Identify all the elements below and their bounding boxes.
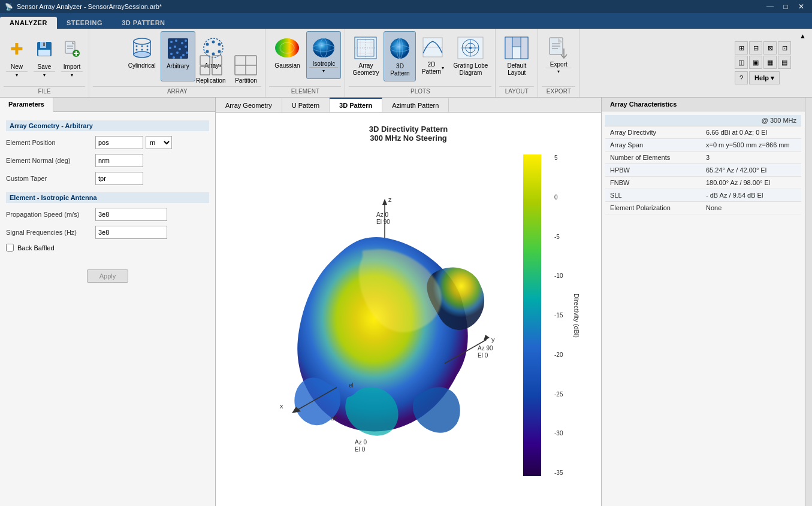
center-tab-u-pattern[interactable]: U Pattern	[282, 98, 330, 112]
svg-rect-46	[212, 66, 222, 75]
char-value-6: None	[701, 202, 801, 214]
toolbar-btn-4[interactable]: ⊡	[778, 41, 791, 54]
colorbar-tick-minus15: -15	[554, 312, 570, 319]
svg-point-11	[134, 38, 150, 44]
char-label-0: Array Directivity	[605, 126, 701, 139]
center-tab-3d-pattern[interactable]: 3D Pattern	[330, 98, 382, 112]
right-panel: Array Characteristics @ 300 MHz Array Di…	[601, 98, 805, 506]
pattern-area: 3D Directivity Pattern 300 MHz No Steeri…	[216, 113, 601, 506]
help-button[interactable]: Help ▾	[749, 71, 780, 84]
char-value-4: 180.00° Az / 98.00° El	[701, 177, 801, 189]
menu-tab-analyzer[interactable]: ANALYZER	[0, 17, 57, 29]
toolbar-btn-1[interactable]: ⊞	[735, 41, 748, 54]
isotropic-button[interactable]: Isotropic ▾	[306, 31, 341, 79]
svg-point-30	[170, 53, 173, 55]
char-row-2: Number of Elements3	[605, 152, 801, 164]
svg-point-50	[275, 38, 299, 57]
export-dropdown[interactable]: ▾	[545, 68, 572, 74]
ribbon-group-element: Gaussian	[265, 29, 345, 97]
element-normal-input[interactable]	[95, 154, 143, 167]
title-bar: 📡 Sensor Array Analyzer - SensorArraySes…	[0, 0, 812, 13]
pattern-title: 3D Directivity Pattern 300 MHz No Steeri…	[369, 125, 448, 143]
array-geometry-plot-button[interactable]: ArrayGeometry	[349, 31, 382, 81]
char-label-6: Element Polarization	[605, 202, 701, 214]
menu-tab-steering[interactable]: STEERING	[57, 17, 112, 29]
toolbar-btn-9[interactable]: ?	[735, 71, 748, 84]
cylindrical-button[interactable]: Cylindrical	[125, 31, 159, 81]
toolbar-btn-5[interactable]: ◫	[735, 56, 748, 69]
array-characteristics-tab: Array Characteristics	[602, 98, 805, 111]
import-dropdown[interactable]: ▾	[61, 71, 83, 78]
signal-freq-input[interactable]	[95, 226, 167, 239]
grating-lobe-button[interactable]: Grating LobeDiagram	[449, 31, 491, 81]
svg-rect-78	[512, 37, 521, 47]
svg-text:az: az	[331, 415, 337, 422]
svg-rect-77	[521, 37, 528, 59]
custom-taper-input[interactable]	[95, 172, 143, 185]
close-button[interactable]: ✕	[795, 2, 807, 11]
parameters-tab[interactable]: Parameters	[0, 98, 53, 112]
custom-taper-row: Custom Taper	[6, 172, 209, 185]
svg-text:Az 90: Az 90	[478, 345, 493, 352]
prop-speed-input[interactable]	[95, 208, 167, 221]
file-group-label: FILE	[4, 86, 85, 96]
svg-point-20	[146, 49, 148, 51]
ribbon-group-file: ✚ New ▾ Save ▾	[0, 29, 89, 97]
toolbar-btn-2[interactable]: ⊟	[749, 41, 762, 54]
characteristics-content: @ 300 MHz Array Directivity6.66 dBi at 0…	[602, 111, 805, 218]
collapse-ribbon-button[interactable]: ▲	[798, 31, 807, 41]
element-section-title: Element - Isotropic Antenna	[6, 192, 209, 203]
element-position-input[interactable]	[95, 136, 143, 149]
new-button[interactable]: ✚ New ▾	[4, 31, 30, 81]
2d-pattern-plot-button[interactable]: 2DPattern ▾	[417, 31, 448, 81]
toolbar-btn-8[interactable]: ▤	[778, 56, 791, 69]
svg-point-19	[141, 49, 143, 51]
maximize-button[interactable]: □	[780, 2, 792, 11]
default-layout-button[interactable]: DefaultLayout	[499, 31, 534, 81]
ribbon-group-plots: ArrayGeometry	[345, 29, 496, 97]
minimize-button[interactable]: —	[764, 2, 776, 11]
save-button[interactable]: Save ▾	[31, 31, 58, 81]
partition-button[interactable]: Partition	[230, 52, 261, 85]
3d-pattern-plot-button[interactable]: 3DPattern	[384, 31, 416, 81]
import-label: Import	[64, 63, 80, 70]
svg-point-18	[135, 49, 137, 51]
scrollbar[interactable]	[805, 98, 812, 506]
char-row-0: Array Directivity6.66 dBi at 0 Az; 0 El	[605, 126, 801, 139]
svg-point-25	[185, 40, 187, 42]
new-dropdown[interactable]: ▾	[6, 71, 28, 78]
back-baffled-checkbox[interactable]	[6, 244, 14, 252]
toolbar-btn-7[interactable]: ▦	[763, 56, 777, 69]
svg-rect-76	[505, 37, 512, 59]
replication-label: Replication	[196, 77, 225, 84]
gaussian-button[interactable]: Gaussian	[269, 31, 305, 81]
menu-tab-3d-pattern[interactable]: 3D PATTERN	[112, 17, 174, 29]
array-group-label: ARRAY	[93, 86, 261, 96]
arbitrary-button[interactable]: Arbitrary	[161, 31, 195, 81]
replication-button[interactable]: Replication	[194, 52, 228, 85]
char-label-2: Number of Elements	[605, 152, 701, 164]
arbitrary-label: Arbitrary	[167, 63, 189, 69]
svg-text:El 90: El 90	[376, 219, 390, 225]
svg-text:el: el	[349, 382, 354, 389]
toolbar-btn-3[interactable]: ⊠	[763, 41, 777, 54]
save-dropdown[interactable]: ▾	[34, 71, 55, 78]
isotropic-dropdown[interactable]: ▾	[309, 67, 338, 74]
default-layout-label: DefaultLayout	[507, 62, 526, 77]
back-baffled-label: Back Baffled	[17, 244, 55, 252]
center-tab-azimuth-pattern[interactable]: Azimuth Pattern	[382, 98, 449, 112]
apply-button[interactable]: Apply	[87, 269, 129, 283]
custom-taper-label: Custom Taper	[6, 175, 93, 182]
center-tab-array-geometry[interactable]: Array Geometry	[216, 98, 282, 112]
colorbar-tick-minus35: -35	[554, 469, 570, 476]
colorbar-tick-0: 0	[554, 194, 570, 201]
svg-point-31	[176, 51, 179, 54]
svg-rect-3	[43, 43, 45, 46]
toolbar-btn-6[interactable]: ▣	[749, 56, 762, 69]
export-button[interactable]: Export ▾	[542, 31, 575, 81]
svg-point-14	[134, 51, 150, 57]
partition-label: Partition	[235, 77, 257, 84]
import-button[interactable]: Import ▾	[59, 31, 85, 81]
element-position-unit-select[interactable]: m	[146, 136, 172, 149]
svg-point-16	[141, 46, 143, 47]
